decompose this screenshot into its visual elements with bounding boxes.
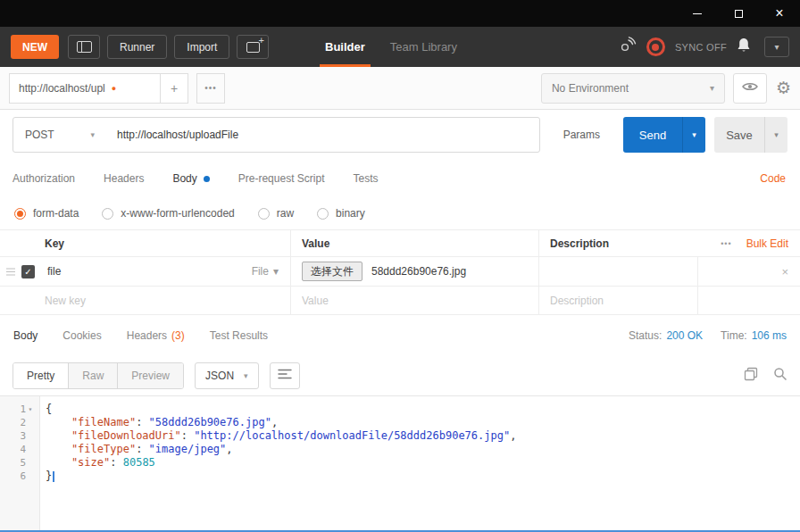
environment-select[interactable]: No Environment ▾ [541, 73, 725, 104]
tab-body[interactable]: Body [172, 172, 209, 185]
view-pretty-button[interactable]: Pretty [13, 363, 69, 388]
radio-raw[interactable]: raw [258, 207, 294, 220]
row-checkbox[interactable]: ✓ [21, 265, 35, 278]
response-toolbar: Pretty Raw Preview JSON ▾ [0, 355, 800, 396]
tab-label: Headers [104, 172, 144, 185]
close-button[interactable]: × [759, 0, 800, 27]
settings-button[interactable]: ⚙ [776, 79, 791, 96]
view-raw-button[interactable]: Raw [69, 363, 118, 388]
bulk-edit-button[interactable]: Bulk Edit [746, 237, 788, 250]
choose-file-button[interactable]: 选择文件 [302, 262, 362, 281]
column-header-value: Value [302, 237, 329, 250]
search-response-button[interactable] [773, 367, 788, 384]
code-content[interactable]: { "fileName": "58ddd26b90e76.jpg", "file… [40, 396, 800, 530]
bell-icon [737, 37, 751, 56]
radio-binary[interactable]: binary [317, 207, 365, 220]
tab-tests[interactable]: Tests [353, 172, 378, 185]
response-tab-test-results[interactable]: Test Results [210, 329, 268, 342]
runner-button[interactable]: Runner [107, 35, 167, 59]
radio-label: x-www-form-urlencoded [121, 207, 234, 220]
drag-handle[interactable] [0, 265, 15, 278]
tab-pre-request-script[interactable]: Pre-request Script [238, 172, 325, 185]
request-tab[interactable]: http://localhost/upl ● [9, 73, 161, 104]
line-number: 5 [20, 457, 26, 469]
import-button[interactable]: Import [174, 35, 229, 59]
minimize-button[interactable] [677, 0, 718, 27]
new-tab-button[interactable]: + [160, 73, 188, 104]
chevron-down-icon: ▾ [244, 371, 248, 380]
url-input[interactable] [106, 118, 539, 152]
radio-x-www-form-urlencoded[interactable]: x-www-form-urlencoded [102, 207, 234, 220]
wrap-lines-button[interactable] [270, 362, 300, 389]
check-icon: ✓ [24, 267, 31, 277]
tab-authorization[interactable]: Authorization [12, 172, 75, 185]
interceptor-button[interactable] [617, 36, 637, 58]
maximize-button[interactable] [718, 0, 759, 27]
code-line: "fileDownloadUri": "http://localhost/dow… [46, 429, 800, 443]
sidebar-toggle-button[interactable] [68, 35, 100, 59]
text-cursor [53, 471, 54, 482]
response-tab-body[interactable]: Body [13, 329, 38, 342]
new-key-input[interactable] [45, 295, 266, 307]
unsaved-dot-icon: ● [112, 84, 116, 93]
table-options-button[interactable]: ••• [721, 239, 731, 248]
header-menu-button[interactable]: ▾ [764, 37, 789, 57]
copy-icon [744, 367, 758, 384]
tab-label: Body [13, 329, 38, 342]
line-number: 3 [20, 430, 26, 442]
sync-button[interactable] [646, 37, 665, 56]
row-key-value[interactable]: file [47, 265, 61, 278]
line-number: 6 [20, 470, 26, 482]
response-tab-headers[interactable]: Headers (3) [127, 329, 185, 342]
remove-row-button[interactable]: × [781, 265, 788, 278]
tab-headers[interactable]: Headers [104, 172, 144, 185]
code-line: "fileName": "58ddd26b90e76.jpg", [46, 416, 800, 429]
json-string-value: "58ddd26b90e76.jpg" [149, 416, 271, 428]
save-group: Save ▾ [714, 117, 788, 153]
method-value: POST [25, 129, 54, 141]
radio-label: form-data [33, 207, 79, 220]
radio-icon [317, 208, 329, 220]
time-label: Time: [721, 329, 747, 342]
view-preview-button[interactable]: Preview [118, 363, 183, 388]
tab-team-library[interactable]: Team Library [378, 27, 470, 67]
copy-response-button[interactable] [744, 367, 758, 384]
header-right-controls: SYNC OFF ▾ [617, 36, 789, 58]
save-button[interactable]: Save [714, 117, 764, 153]
radio-icon [102, 208, 113, 220]
sync-status-label: SYNC OFF [675, 42, 727, 53]
value-type-select[interactable]: File ▾ [252, 265, 290, 278]
maximize-icon [735, 10, 743, 18]
fold-toggle-icon[interactable]: ▾ [26, 405, 35, 413]
notifications-button[interactable] [737, 37, 751, 56]
environment-preview-button[interactable] [733, 73, 767, 104]
code-line: "fileType": "image/jpeg", [46, 443, 800, 456]
column-header-description: Description [550, 237, 609, 250]
format-select[interactable]: JSON ▾ [195, 362, 259, 389]
send-button[interactable]: Send [623, 117, 682, 153]
params-button[interactable]: Params [549, 117, 614, 153]
tab-label: Tests [353, 172, 378, 185]
save-options-button[interactable]: ▾ [764, 117, 788, 153]
response-tab-cookies[interactable]: Cookies [62, 329, 101, 342]
formdata-table: Key Value Description ••• Bulk Edit ✓ fi… [0, 229, 800, 315]
chevron-down-icon: ▾ [273, 265, 279, 278]
line-number: 4 [20, 444, 26, 455]
generate-code-link[interactable]: Code [760, 172, 786, 185]
new-window-button[interactable] [237, 35, 269, 59]
radio-label: binary [336, 207, 365, 220]
close-icon: × [781, 265, 788, 278]
close-icon: × [775, 6, 783, 21]
new-description-input[interactable] [550, 295, 683, 307]
selected-file-name: 58ddd26b90e76.jpg [371, 265, 466, 278]
body-type-selector: form-data x-www-form-urlencoded raw bina… [0, 197, 800, 229]
new-button[interactable]: NEW [11, 35, 59, 59]
json-separator: : [110, 456, 122, 469]
status-badge: 200 OK [666, 329, 703, 342]
send-options-button[interactable]: ▾ [682, 117, 705, 153]
tab-overflow-button[interactable]: ••• [196, 73, 225, 104]
tab-builder[interactable]: Builder [312, 27, 378, 67]
radio-form-data[interactable]: form-data [14, 207, 79, 220]
new-value-input[interactable] [302, 295, 515, 307]
method-select[interactable]: POST ▾ [13, 118, 106, 152]
